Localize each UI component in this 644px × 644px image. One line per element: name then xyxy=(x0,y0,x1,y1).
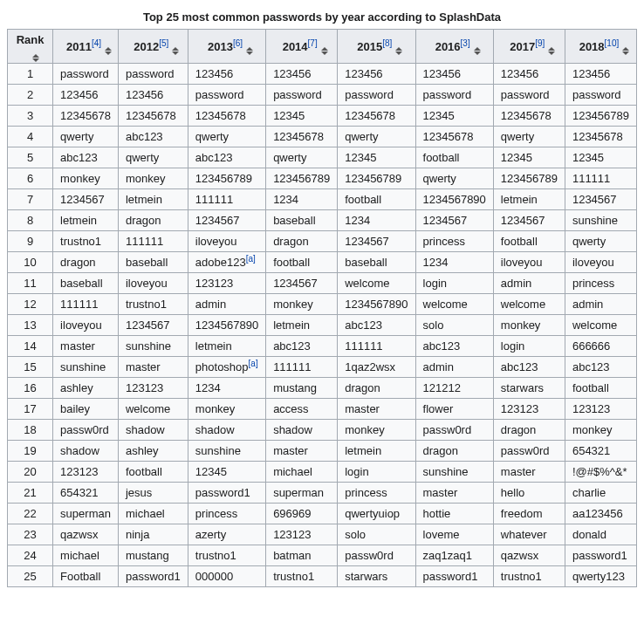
password-cell: welcome xyxy=(338,273,415,294)
password-cell: admin xyxy=(415,357,493,378)
password-cell: 1234 xyxy=(338,210,415,231)
password-cell: letmein xyxy=(188,336,265,357)
ref-link[interactable]: [9] xyxy=(535,38,545,47)
rank-cell: 18 xyxy=(8,420,53,441)
col-year-2017[interactable]: 2017[9] xyxy=(493,30,565,64)
rank-cell: 12 xyxy=(8,294,53,315)
password-cell: qwerty xyxy=(415,168,493,189)
password-cell: 1234567 xyxy=(118,315,188,336)
password-cell: welcome xyxy=(118,399,188,420)
table-row: 20123123football12345michaelloginsunshin… xyxy=(8,462,637,483)
password-cell: hello xyxy=(493,483,565,504)
password-cell: 12345 xyxy=(338,147,415,168)
table-row: 1passwordpassword12345612345612345612345… xyxy=(8,64,637,85)
password-cell: flower xyxy=(415,399,493,420)
password-cell: password xyxy=(266,85,338,106)
password-cell: letmein xyxy=(266,315,338,336)
password-cell: 1234567 xyxy=(415,210,493,231)
password-cell: 000000 xyxy=(188,566,265,587)
ref-link[interactable]: [4] xyxy=(92,38,101,47)
password-cell: 123456 xyxy=(188,64,265,85)
col-year-2016[interactable]: 2016[3] xyxy=(415,30,493,64)
password-cell: password xyxy=(188,85,265,106)
password-cell: trustno1 xyxy=(493,566,565,587)
rank-label: Rank xyxy=(17,33,45,46)
password-cell: 12345678 xyxy=(188,106,265,127)
rank-cell: 5 xyxy=(8,147,53,168)
password-cell: 1234567 xyxy=(338,231,415,252)
password-cell: 12345678 xyxy=(565,127,636,147)
password-cell: michael xyxy=(266,462,338,483)
rank-cell: 16 xyxy=(8,378,53,399)
col-year-2014[interactable]: 2014[7] xyxy=(266,30,338,64)
password-cell: 123456 xyxy=(415,64,493,85)
password-cell: abc123 xyxy=(493,357,565,378)
password-cell: master xyxy=(53,336,119,357)
rank-cell: 23 xyxy=(8,524,53,545)
password-cell: master xyxy=(415,483,493,504)
note-link[interactable]: [a] xyxy=(246,254,256,264)
password-cell: qwerty xyxy=(493,127,565,147)
col-year-2018[interactable]: 2018[10] xyxy=(565,30,636,64)
note-link[interactable]: [a] xyxy=(249,359,258,368)
ref-link[interactable]: [3] xyxy=(461,38,470,47)
ref-link[interactable]: [5] xyxy=(159,38,168,47)
password-cell: password xyxy=(53,64,119,85)
col-rank[interactable]: Rank xyxy=(8,30,53,64)
password-cell: superman xyxy=(266,483,338,504)
password-cell: 123456 xyxy=(118,85,188,106)
table-row: 9trustno1111111iloveyoudragon1234567prin… xyxy=(8,231,637,252)
password-cell: adobe123[a] xyxy=(188,252,265,273)
table-row: 3123456781234567812345678123451234567812… xyxy=(8,106,637,127)
rank-cell: 15 xyxy=(8,357,53,378)
password-cell: football xyxy=(266,252,338,273)
password-cell: abc123 xyxy=(188,147,265,168)
col-year-2011[interactable]: 2011[4] xyxy=(53,30,119,64)
password-cell: 1234 xyxy=(188,378,265,399)
password-cell: trustno1 xyxy=(53,231,119,252)
ref-link[interactable]: [10] xyxy=(605,38,620,47)
password-cell: 123123 xyxy=(53,462,119,483)
password-cell: 654321 xyxy=(53,483,119,504)
table-row: 5abc123qwertyabc123qwerty12345football12… xyxy=(8,147,637,168)
password-cell: Football xyxy=(53,566,119,587)
col-year-2013[interactable]: 2013[6] xyxy=(188,30,265,64)
password-cell: password xyxy=(565,85,636,106)
password-cell: trustno1 xyxy=(118,294,188,315)
password-cell: princess xyxy=(415,231,493,252)
col-year-2012[interactable]: 2012[5] xyxy=(118,30,188,64)
password-cell: 12345678 xyxy=(266,127,338,147)
password-cell: starwars xyxy=(338,566,415,587)
password-cell: welcome xyxy=(415,294,493,315)
password-cell: football xyxy=(118,462,188,483)
rank-cell: 8 xyxy=(8,210,53,231)
password-cell: football xyxy=(565,378,636,399)
password-cell: 123456 xyxy=(493,64,565,85)
ref-link[interactable]: [7] xyxy=(308,38,318,47)
password-cell: shadow xyxy=(118,420,188,441)
password-cell: hottie xyxy=(415,504,493,524)
password-cell: qwertyuiop xyxy=(338,504,415,524)
password-cell: princess xyxy=(338,483,415,504)
password-cell: shadow xyxy=(53,441,119,462)
password-cell: 123456789 xyxy=(338,168,415,189)
password-cell: 1234567 xyxy=(565,189,636,210)
password-cell: 123456789 xyxy=(188,168,265,189)
password-cell: charlie xyxy=(565,483,636,504)
password-cell: baseball xyxy=(118,252,188,273)
ref-link[interactable]: [6] xyxy=(233,38,243,47)
password-cell: 12345678 xyxy=(338,106,415,127)
password-cell: monkey xyxy=(493,315,565,336)
col-year-2015[interactable]: 2015[8] xyxy=(338,30,415,64)
password-cell: dragon xyxy=(266,231,338,252)
rank-cell: 11 xyxy=(8,273,53,294)
ref-link[interactable]: [8] xyxy=(382,38,392,47)
rank-cell: 20 xyxy=(8,462,53,483)
password-cell: michael xyxy=(53,545,119,566)
password-cell: 111111 xyxy=(338,336,415,357)
password-cell: qwerty xyxy=(338,127,415,147)
password-cell: solo xyxy=(415,315,493,336)
password-cell: 123456 xyxy=(565,64,636,85)
password-cell: dragon xyxy=(118,210,188,231)
password-cell: football xyxy=(415,147,493,168)
